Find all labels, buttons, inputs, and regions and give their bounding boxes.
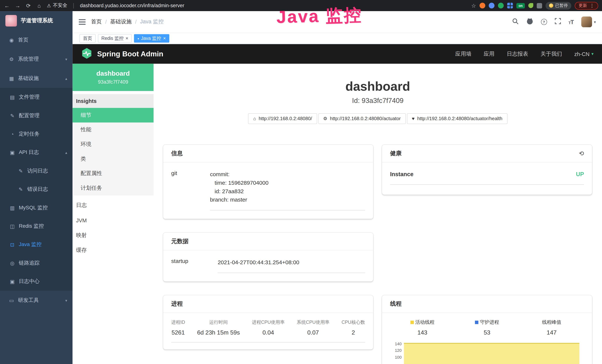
sba-nav-wallboard[interactable]: 应用墙 (455, 50, 472, 57)
sba-item-performance[interactable]: 性能 (73, 123, 153, 137)
search-icon[interactable] (512, 18, 519, 26)
threads-card: 线程 活动线程 143 (382, 295, 592, 364)
user-menu[interactable]: ▾ (581, 17, 596, 27)
hamburger-icon[interactable] (79, 19, 86, 25)
github-icon[interactable] (526, 18, 533, 26)
instance-health-link[interactable]: ♥ http://192.168.0.2:48080/actuator/heal… (407, 113, 507, 124)
sba-item-jvm[interactable]: JVM (73, 213, 153, 228)
metric-label: 运行时间 (197, 319, 240, 326)
forward-icon[interactable]: → (15, 2, 21, 9)
legend-daemon-threads: 守护进程 53 (455, 318, 519, 336)
extension-icon-green[interactable] (498, 3, 504, 8)
profile-paused-chip[interactable]: 已暂停 (546, 2, 571, 9)
sba-item-details[interactable]: 细节 (73, 108, 153, 123)
sba-nav-applications[interactable]: 应用 (484, 50, 494, 57)
browser-update-button[interactable]: 更新 ⋮ (575, 2, 598, 9)
fullscreen-icon[interactable] (555, 18, 561, 26)
legend-value: 147 (519, 329, 584, 336)
sidebar-item-job[interactable]: ◔ 定时任务 (0, 125, 73, 143)
info-card: 信息 git commit: time: 1596289704000 id: 2… (163, 145, 373, 219)
address-url[interactable]: dashboard.yudao.iocoder.cn/infra/admin-s… (80, 3, 184, 8)
metadata-row: startup 2021-04-27T00:44:31.254+08:00 (171, 253, 365, 273)
sba-item-caches[interactable]: 缓存 (73, 243, 153, 258)
site-security-button[interactable]: ⚠ 不安全 (47, 2, 67, 9)
sidebar-item-label: 配置管理 (19, 112, 40, 119)
insights-section-label[interactable]: Insights (73, 94, 153, 108)
history-icon[interactable]: ⟲ (579, 150, 584, 157)
back-icon[interactable]: ← (4, 2, 10, 9)
sidebar-item-access-log[interactable]: ✎ 访问日志 (0, 162, 73, 180)
home-icon[interactable]: ⌂ (36, 2, 42, 9)
instance-actuator-link[interactable]: ⚙ http://192.168.0.2:48080/actuator (318, 113, 406, 124)
edit-icon: ✎ (9, 113, 15, 118)
instance-id-subtitle: Id: 93a3fc7f7409 (153, 97, 602, 105)
sba-top-items: 日志 JVM 映射 缓存 (73, 198, 153, 257)
instance-name: dashboard (97, 70, 130, 77)
extension-leaf-icon[interactable] (528, 3, 533, 8)
sidebar-item-config[interactable]: ✎ 配置管理 (0, 107, 73, 125)
extension-on-badge[interactable]: on (516, 3, 525, 8)
extensions-puzzle-icon[interactable] (537, 3, 542, 8)
sidebar-item-home[interactable]: ◉ 首页 (0, 30, 73, 50)
sidebar-item-api-log[interactable]: ▣ API 日志 ▴ (0, 143, 73, 161)
sidebar-item-mysql[interactable]: ▥ MySQL 监控 (0, 199, 73, 217)
sidebar-item-infra[interactable]: ▦ 基础设施 ▴ (0, 69, 73, 88)
admin-sidebar: 芋道管理系统 ◉ 首页 ⚙ 系统管理 ▾ ▦ 基础设施 ▴ (0, 11, 73, 364)
tab-home[interactable]: 首页 (80, 34, 96, 43)
browser-menu-icon[interactable]: ⋮ (590, 3, 594, 8)
toolbox-icon: ▭ (9, 298, 15, 303)
sidebar-item-error-log[interactable]: ✎ 错误日志 (0, 180, 73, 198)
chevron-down-icon: ▾ (594, 20, 596, 24)
locale-select[interactable]: zh-CN ▾ (574, 51, 593, 57)
sidebar-item-label: 定时任务 (19, 130, 40, 137)
sba-item-config-props[interactable]: 配置属性 (73, 166, 153, 181)
bookmark-star-icon[interactable]: ☆ (471, 2, 476, 9)
instance-links: ⌂ http://192.168.0.2:48080/ ⚙ http://192… (153, 113, 602, 124)
font-size-icon[interactable]: TT (569, 19, 574, 25)
tab-java[interactable]: ● Java 监控 × (134, 34, 169, 43)
sba-item-classes[interactable]: 类 (73, 152, 153, 166)
avatar (581, 17, 592, 27)
sba-nav-about[interactable]: 关于我们 (540, 50, 562, 57)
database-icon: ▥ (9, 205, 15, 211)
sidebar-item-label: 首页 (18, 37, 28, 43)
sidebar-item-trace[interactable]: ◎ 链路追踪 (0, 254, 73, 272)
sidebar-item-label: Java 监控 (19, 241, 42, 248)
sidebar-item-system[interactable]: ⚙ 系统管理 ▾ (0, 50, 73, 69)
sidebar-item-java[interactable]: ⊡ Java 监控 (0, 235, 73, 254)
chevron-down-icon: ▾ (65, 298, 67, 302)
metadata-value: 2021-04-27T00:44:31.254+08:00 (218, 258, 365, 273)
instance-id: 93a3fc7f7409 (98, 79, 128, 85)
card-title: 健康 (390, 150, 402, 157)
sidebar-item-redis[interactable]: ◫ Redis 监控 (0, 217, 73, 235)
breadcrumb-item[interactable]: 首页 (91, 18, 102, 25)
reload-icon[interactable]: ⟳ (25, 2, 32, 9)
help-icon[interactable]: ? (541, 19, 547, 25)
sba-item-logs[interactable]: 日志 (73, 198, 153, 213)
legend-label: 线程峰值 (542, 320, 561, 325)
close-icon[interactable]: × (163, 36, 166, 41)
sba-nav-journal[interactable]: 日志报表 (507, 50, 528, 57)
screen: ← → ⟳ ⌂ ⚠ 不安全 dashboard.yudao.iocoder.cn… (0, 0, 602, 364)
instance-root-link[interactable]: ⌂ http://192.168.0.2:48080/ (248, 113, 317, 124)
close-icon[interactable]: × (126, 36, 128, 41)
legend-swatch-live (410, 321, 414, 324)
sidebar-item-dev-tools[interactable]: ▭ 研发工具 ▾ (0, 291, 73, 310)
extension-icon-orange[interactable] (479, 3, 485, 8)
chevron-up-icon: ▴ (65, 150, 67, 155)
sba-item-mappings[interactable]: 映射 (73, 228, 153, 243)
sba-brand-title: Spring Boot Admin (97, 50, 163, 58)
extension-grid-icon[interactable] (507, 3, 513, 8)
sidebar-item-file[interactable]: ▤ 文件管理 (0, 88, 73, 106)
sidebar-item-log-center[interactable]: ▣ 日志中心 (0, 272, 73, 290)
sba-item-scheduled-tasks[interactable]: 计划任务 (73, 181, 153, 195)
sba-item-environment[interactable]: 环境 (73, 137, 153, 152)
extension-icon-blue[interactable] (489, 3, 494, 8)
breadcrumb-item[interactable]: 基础设施 (110, 18, 132, 25)
profile-emoji-icon (549, 3, 553, 8)
divider (74, 3, 74, 8)
legend-label: 守护进程 (480, 320, 499, 325)
tab-redis[interactable]: Redis 监控 × (98, 34, 132, 43)
breadcrumb-item-current: Java 监控 (140, 18, 163, 25)
link-url: http://192.168.0.2:48080/actuator/health (417, 116, 502, 121)
